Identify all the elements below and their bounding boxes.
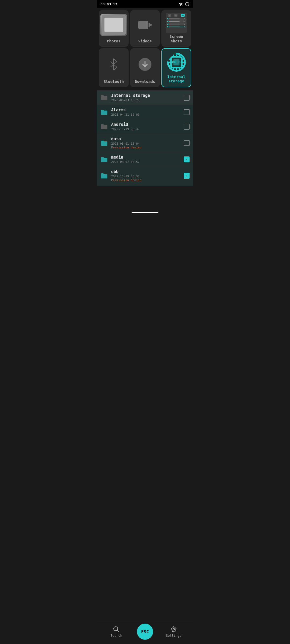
file-date-alarms: 2023-04-21 00:00 xyxy=(111,113,180,116)
folder-icon-media xyxy=(100,156,108,163)
file-checkbox-media[interactable] xyxy=(184,156,190,162)
mini-tab-bluetooth: BT xyxy=(168,14,171,17)
file-name-obb: obb xyxy=(111,169,180,174)
file-info-data: data 2023-05-01 15:04 Permission denied xyxy=(111,137,180,149)
file-name-internal: Internal storage xyxy=(111,93,180,98)
folder-icon-alarms xyxy=(100,108,108,116)
file-permission-data: Permission denied xyxy=(111,146,180,149)
screenshots-label: Screen shots xyxy=(163,34,190,43)
grid-item-screenshots[interactable]: BT DL Int Screen shots xyxy=(161,10,191,47)
sync-icon xyxy=(185,2,190,6)
downloads-label: Downloads xyxy=(135,79,155,84)
file-checkbox-android[interactable] xyxy=(184,124,190,130)
file-name-data: data xyxy=(111,137,180,141)
folder-icon-internal xyxy=(100,94,108,101)
file-item-media[interactable]: media 2023-03-07 15:57 xyxy=(97,152,193,167)
grid-item-videos[interactable]: Videos xyxy=(130,10,160,47)
mini-tab-downloads: DL xyxy=(174,14,177,17)
video-icon xyxy=(138,20,152,30)
bluetooth-label: Bluetooth xyxy=(103,79,124,84)
file-info-alarms: Alarms 2023-04-21 00:00 xyxy=(111,108,180,116)
folder-icon-android xyxy=(100,123,108,130)
file-checkbox-internal[interactable] xyxy=(184,95,190,101)
photos-thumbnail xyxy=(100,14,127,36)
wifi-icon xyxy=(178,2,183,6)
videos-label: Videos xyxy=(138,39,152,43)
file-date-internal: 2023-05-03 19:23 xyxy=(111,98,180,102)
status-icons xyxy=(178,2,190,6)
internal-storage-label: Internal storage xyxy=(164,75,189,84)
storage-icon-area: 186 GB xyxy=(164,52,189,73)
file-checkbox-obb[interactable] xyxy=(184,173,190,179)
file-item-internal-storage[interactable]: Internal storage 2023-05-03 19:23 xyxy=(97,90,193,105)
file-item-obb[interactable]: obb 2022-11-19 08:37 Permission denied xyxy=(97,167,193,185)
photos-icon-area xyxy=(100,13,127,37)
file-item-alarms[interactable]: Alarms 2023-04-21 00:00 xyxy=(97,105,193,119)
file-name-android: Android xyxy=(111,122,180,127)
screenshots-thumbnail: BT DL Int xyxy=(166,13,187,33)
storage-ring: 186 GB xyxy=(166,52,187,73)
file-date-android: 2022-11-19 08:37 xyxy=(111,127,180,131)
file-date-obb: 2022-11-19 08:37 xyxy=(111,175,180,178)
photos-label: Photos xyxy=(107,39,121,43)
grid-item-bluetooth[interactable]: Bluetooth xyxy=(99,48,129,87)
file-name-alarms: Alarms xyxy=(111,108,180,112)
bluetooth-icon xyxy=(108,58,119,70)
file-date-media: 2023-03-07 15:57 xyxy=(111,160,180,164)
storage-center: 186 GB xyxy=(170,60,183,64)
folder-icon-obb xyxy=(100,172,108,180)
grid-item-photos[interactable]: Photos xyxy=(99,10,129,47)
file-list: Internal storage 2023-05-03 19:23 Alarms… xyxy=(97,90,193,186)
grid-section: Photos Videos BT DL Int xyxy=(97,8,193,89)
download-icon xyxy=(138,57,152,71)
grid-item-internal-storage[interactable]: 186 GB Internal storage xyxy=(161,48,191,87)
file-item-data[interactable]: data 2023-05-01 15:04 Permission denied xyxy=(97,134,193,152)
mini-tab-storage: Int xyxy=(181,14,185,17)
svg-point-0 xyxy=(185,2,189,6)
videos-icon-area xyxy=(132,13,158,37)
svg-rect-7 xyxy=(173,59,179,65)
screenshots-icon-area: BT DL Int xyxy=(163,13,190,33)
file-info-android: Android 2022-11-19 08:37 xyxy=(111,122,180,131)
home-bar xyxy=(132,212,158,213)
downloads-icon-area xyxy=(132,51,158,78)
bluetooth-icon-area xyxy=(100,51,127,78)
file-checkbox-alarms[interactable] xyxy=(184,109,190,115)
file-item-android[interactable]: Android 2022-11-19 08:37 xyxy=(97,119,193,134)
status-bar: 00:03:17 xyxy=(97,0,193,8)
file-date-data: 2023-05-01 15:04 xyxy=(111,142,180,145)
time-display: 00:03:17 xyxy=(100,2,117,6)
file-name-media: media xyxy=(111,155,180,160)
folder-icon-data xyxy=(100,139,108,147)
file-checkbox-data[interactable] xyxy=(184,140,190,146)
chip-icon xyxy=(166,52,187,73)
file-info-media: media 2023-03-07 15:57 xyxy=(111,155,180,164)
svg-marker-2 xyxy=(148,23,152,27)
svg-rect-1 xyxy=(138,21,148,29)
file-info-obb: obb 2022-11-19 08:37 Permission denied xyxy=(111,169,180,182)
file-info-internal: Internal storage 2023-05-03 19:23 xyxy=(111,93,180,102)
file-permission-obb: Permission denied xyxy=(111,178,180,182)
grid-item-downloads[interactable]: Downloads xyxy=(130,48,160,87)
